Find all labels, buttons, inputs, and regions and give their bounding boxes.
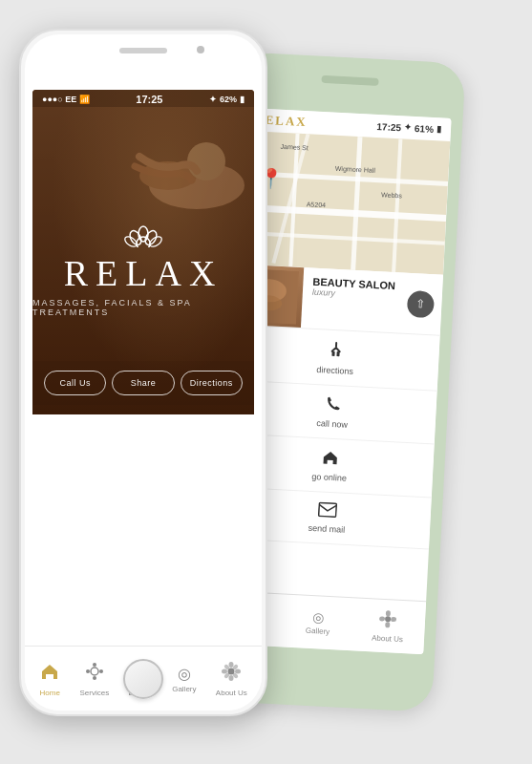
directions-icon: [326, 340, 346, 365]
svg-point-9: [386, 622, 391, 627]
home-svg: [321, 448, 339, 466]
salon-share-button[interactable]: ⇧: [407, 289, 435, 317]
front-battery-icon: ▮: [240, 95, 245, 104]
map-road-5: [351, 137, 362, 270]
front-hero: RELAX MASSAGES, FACIALS & SPA TREATMENTS…: [32, 90, 254, 414]
flower-svg-back: [378, 609, 398, 629]
salon-details: BEAUTY SALON luxury: [301, 267, 409, 333]
svg-point-22: [93, 663, 96, 667]
front-screen: ●●●○ EE 📶 17:25 ✦ 62% ▮: [32, 90, 254, 644]
front-nav-gallery[interactable]: ◎ Gallery: [168, 661, 200, 697]
front-speaker: [119, 48, 167, 53]
svg-point-23: [93, 676, 96, 680]
front-services-icon: [84, 661, 105, 687]
svg-rect-5: [319, 502, 337, 517]
svg-point-21: [91, 668, 98, 675]
back-status-right: 17:25 ✦ 61% ▮: [376, 120, 441, 135]
front-nav-about[interactable]: About Us: [212, 657, 251, 701]
svg-point-19: [123, 234, 138, 246]
svg-point-29: [222, 668, 227, 673]
back-about-icon: [378, 609, 398, 633]
svg-point-11: [391, 617, 396, 622]
map-label-a5204: A5204: [307, 201, 327, 208]
svg-point-30: [235, 668, 241, 673]
svg-point-27: [229, 662, 234, 668]
front-about-icon: [221, 661, 242, 687]
mail-icon: [317, 501, 337, 522]
back-bluetooth-icon: ✦: [404, 122, 413, 132]
cta-buttons: Call Us Share Directions: [32, 361, 254, 405]
home-nav-svg: [39, 661, 60, 682]
phone-icon: [324, 395, 342, 418]
front-nav-services[interactable]: Services: [75, 657, 113, 701]
back-speaker: [321, 75, 378, 86]
wifi-icon: 📶: [79, 95, 90, 104]
home-icon: [321, 448, 339, 471]
services-nav-svg: [84, 661, 105, 682]
front-home-button[interactable]: [123, 659, 163, 699]
back-nav-about[interactable]: About Us: [372, 608, 405, 644]
svg-point-7: [385, 616, 391, 622]
front-services-label: Services: [79, 689, 109, 697]
back-time: 17:25: [376, 120, 401, 132]
front-battery-area: ✦ 62% ▮: [209, 95, 245, 104]
svg-point-16: [138, 226, 148, 242]
share-button[interactable]: Share: [112, 371, 174, 395]
svg-point-17: [128, 228, 144, 246]
back-gallery-label: Gallery: [306, 626, 330, 636]
svg-point-14: [187, 142, 225, 180]
svg-point-18: [143, 228, 160, 246]
go-online-label: go online: [311, 472, 347, 483]
mail-svg: [318, 501, 338, 518]
front-bluetooth-icon: ✦: [209, 95, 217, 104]
map-label-wigmore: Wigmore Hall: [335, 165, 375, 174]
front-home-icon: [39, 661, 60, 687]
map-road-2: [240, 204, 446, 222]
directions-svg: [326, 340, 346, 360]
front-about-label: About Us: [216, 689, 247, 697]
carrier-label: EE: [65, 95, 79, 104]
svg-rect-4: [336, 351, 339, 356]
front-inner: ●●●○ EE 📶 17:25 ✦ 62% ▮: [25, 34, 262, 711]
front-status-bar: ●●●○ EE 📶 17:25 ✦ 62% ▮: [32, 90, 254, 107]
phone-svg: [324, 395, 342, 414]
scene: RELAX 17:25 ✦ 61% ▮: [0, 0, 532, 764]
hero-content: RELAX MASSAGES, FACIALS & SPA TREATMENTS: [32, 188, 254, 317]
call-now-label: call now: [316, 418, 348, 430]
map-grid: Wigmore Hall A5204 James St Webbs: [237, 131, 450, 275]
back-battery: 61%: [415, 123, 435, 135]
front-nav-home[interactable]: Home: [35, 657, 64, 701]
call-us-button[interactable]: Call Us: [44, 371, 106, 395]
signal-bars: ●●●○: [42, 95, 63, 104]
send-mail-label: send mail: [308, 523, 345, 535]
front-time: 17:25: [136, 94, 162, 105]
front-battery-pct: 62%: [220, 95, 237, 104]
front-camera: [197, 46, 204, 53]
svg-point-20: [148, 234, 163, 246]
front-signal: ●●●○ EE 📶: [42, 95, 90, 104]
svg-point-28: [229, 675, 234, 681]
back-gallery-icon: ◎: [312, 609, 325, 626]
map-label-james: James St: [281, 143, 309, 152]
svg-point-24: [86, 669, 90, 673]
map-label-webbs: Webbs: [381, 191, 402, 199]
front-gallery-icon: ◎: [178, 665, 191, 683]
front-gallery-label: Gallery: [172, 685, 196, 693]
share-icon: ⇧: [415, 297, 426, 311]
relax-logo-flower: [122, 217, 164, 247]
hero-tagline-text: MASSAGES, FACIALS & SPA TREATMENTS: [32, 298, 254, 317]
directions-button[interactable]: Directions: [181, 371, 243, 395]
svg-point-10: [379, 616, 385, 621]
back-battery-icon: ▮: [436, 124, 442, 134]
svg-rect-3: [331, 351, 334, 356]
back-map: Wigmore Hall A5204 James St Webbs 📍: [237, 131, 450, 275]
back-nav-gallery[interactable]: ◎ Gallery: [306, 609, 331, 636]
map-road-3: [239, 231, 445, 245]
phone-front: ●●●○ EE 📶 17:25 ✦ 62% ▮: [19, 29, 267, 716]
front-home-label: Home: [39, 689, 59, 697]
svg-point-25: [99, 669, 103, 673]
back-about-label: About Us: [372, 633, 403, 644]
svg-point-8: [386, 610, 391, 616]
about-nav-svg: [221, 661, 242, 682]
hero-brand-text: RELAX: [64, 252, 223, 294]
